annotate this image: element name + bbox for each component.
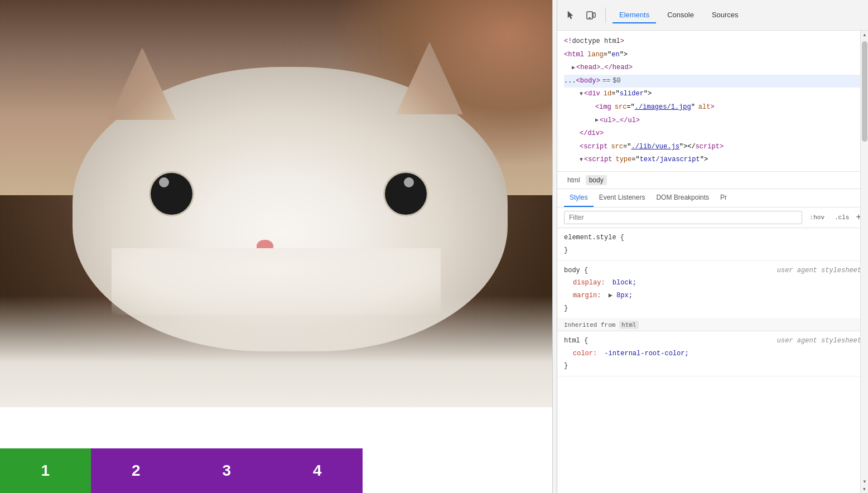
styles-panel: element.style { } body { user agent styl…: [557, 228, 868, 493]
tree-html[interactable]: <html lang="en">: [564, 49, 861, 62]
css-rule-html: html { user agent stylesheet color: -int…: [557, 331, 868, 376]
tree-body[interactable]: ... <body> == $0: [564, 75, 861, 88]
tree-script-vue[interactable]: <script src="./lib/vue.js"></script>: [564, 141, 861, 154]
resize-handle[interactable]: [552, 0, 557, 493]
css-rule-body: body { user agent stylesheet display: bl…: [557, 261, 868, 319]
css-close-body: }: [564, 302, 861, 315]
breadcrumb-bar: html body: [557, 172, 868, 189]
css-selector-element: element.style {: [564, 231, 861, 244]
filter-input[interactable]: [564, 211, 802, 224]
elements-tree: <!doctype html> <html lang="en"> ▶ <head…: [557, 31, 868, 172]
devtools-toolbar: Elements Console Sources: [557, 0, 868, 31]
css-close-1: }: [564, 244, 861, 257]
webpage-preview: 1 2 3 4: [0, 0, 552, 493]
slider-btn-2[interactable]: 2: [91, 448, 182, 493]
tree-div-close[interactable]: </div>: [564, 127, 861, 141]
tree-script-js[interactable]: ▼ <script type="text/javascript">: [564, 153, 861, 167]
scroll-up-arrow[interactable]: ▲: [861, 31, 868, 38]
tree-img[interactable]: <img src="./images/1.jpg" alt>: [564, 101, 861, 114]
tree-doctype[interactable]: <!doctype html>: [564, 35, 861, 49]
breadcrumb-html[interactable]: html: [564, 175, 584, 185]
scroll-bottom-arrow[interactable]: ▲: [861, 485, 868, 493]
tab-event-listeners[interactable]: Event Listeners: [594, 189, 651, 207]
slider-nav: 1 2 3 4: [0, 448, 363, 493]
scroll-down-arrow[interactable]: ▼: [861, 477, 868, 485]
css-rule-body-header: body { user agent stylesheet: [564, 264, 861, 277]
tree-ul[interactable]: ▶ <ul>…</ul>: [564, 114, 861, 128]
toolbar-separator: [605, 7, 606, 23]
slider-btn-1[interactable]: 1: [0, 448, 91, 493]
css-prop-display: display: block;: [564, 277, 861, 289]
expand-margin-arrow[interactable]: ▶: [609, 292, 613, 299]
hov-button[interactable]: :hov: [807, 213, 828, 222]
svg-rect-1: [593, 13, 595, 17]
css-prop-color: color: -internal-root-color;: [564, 347, 861, 360]
cursor-icon[interactable]: [563, 7, 578, 23]
tab-properties[interactable]: Pr: [715, 189, 732, 207]
filter-bar: :hov .cls +: [557, 207, 868, 228]
styles-tabs: Styles Event Listeners DOM Breakpoints P…: [557, 189, 868, 207]
tree-head[interactable]: ▶ <head>…</head>: [564, 61, 861, 75]
tab-styles[interactable]: Styles: [564, 189, 594, 207]
devtools-scrollbar[interactable]: ▲ ▼ ▲: [860, 31, 868, 493]
css-close-html: }: [564, 360, 861, 373]
css-rule-html-header: html { user agent stylesheet: [564, 335, 861, 347]
inherited-tag-html[interactable]: html: [619, 321, 639, 329]
filter-buttons: :hov .cls +: [807, 212, 861, 223]
tab-console[interactable]: Console: [660, 7, 701, 23]
css-rule-element-style: element.style { }: [557, 228, 868, 261]
tab-elements[interactable]: Elements: [613, 7, 656, 23]
css-prop-margin: margin: ▶ 8px;: [564, 289, 861, 302]
devtools-panel: Elements Console Sources <!doctype html>…: [557, 0, 868, 493]
tab-dom-breakpoints[interactable]: DOM Breakpoints: [650, 189, 715, 207]
slider-btn-4[interactable]: 4: [272, 448, 363, 493]
slider-btn-3[interactable]: 3: [181, 448, 272, 493]
cls-button[interactable]: .cls: [831, 213, 852, 222]
scroll-thumb[interactable]: [862, 41, 867, 142]
inherited-label: Inherited from html: [557, 319, 868, 331]
cat-image: [0, 0, 552, 407]
tab-sources[interactable]: Sources: [705, 7, 745, 23]
tree-div-slider[interactable]: ▼ <div id="slider">: [564, 88, 861, 101]
device-icon[interactable]: [583, 7, 599, 23]
breadcrumb-body[interactable]: body: [586, 175, 607, 185]
